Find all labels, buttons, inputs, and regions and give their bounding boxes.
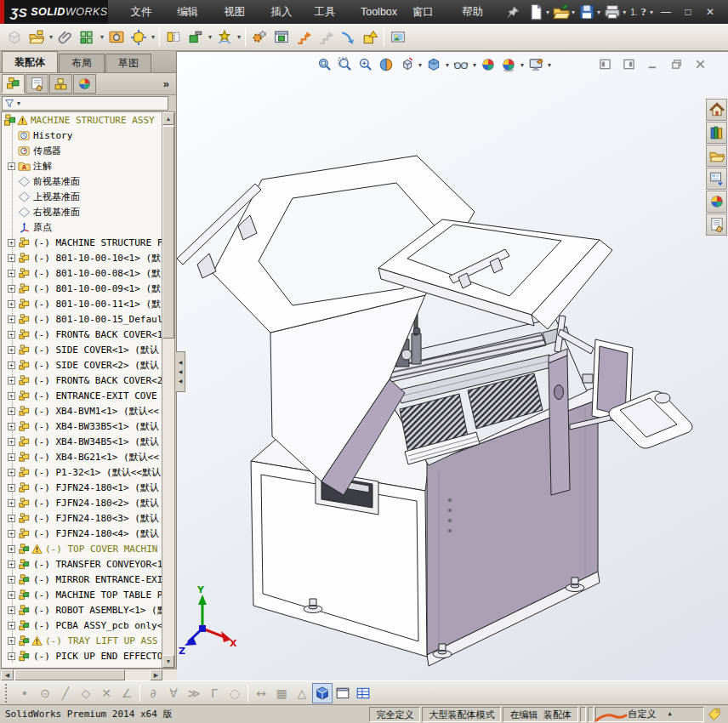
tree-item[interactable]: History (2, 128, 162, 143)
tree-item[interactable]: 前视基准面 (2, 174, 162, 189)
dropdown-caret-icon[interactable]: ▾ (546, 9, 549, 16)
curve-arrow-button[interactable] (337, 26, 359, 48)
tree-item[interactable]: 原点 (2, 219, 162, 235)
tree-vertical-scrollbar[interactable]: ▲ ▼ (162, 111, 175, 669)
tree-item[interactable]: 右视基准面 (2, 204, 162, 219)
tree-item[interactable]: +(-) XB4-BG21<1> (默认<< (2, 449, 162, 464)
large-assembly-mode-button[interactable] (359, 26, 381, 48)
tree-item[interactable]: +(-) FRONT& BACK COVER<1 (2, 327, 162, 342)
help-icon[interactable]: ? (639, 5, 648, 19)
dropdown-caret-icon[interactable]: ▾ (418, 61, 422, 69)
dropdown-caret-icon[interactable]: ▾ (520, 61, 524, 69)
cad-model[interactable]: Y X Z (177, 52, 728, 681)
view-settings-button[interactable] (526, 54, 546, 75)
simulation-gears-button[interactable] (248, 26, 270, 48)
dropdown-caret-icon[interactable]: ▾ (208, 33, 212, 41)
custom-properties-button[interactable] (706, 213, 727, 236)
scroll-right-button[interactable]: ▶ (150, 669, 162, 680)
expand-icon[interactable]: + (8, 484, 15, 492)
featuretab-property-manager[interactable] (26, 74, 48, 94)
maximize-button[interactable]: □ (677, 0, 699, 24)
panel-splitter-handle[interactable]: ◀◀◀ (176, 351, 185, 392)
doc-restore-button[interactable] (667, 56, 685, 71)
expand-icon[interactable]: + (8, 453, 15, 461)
new-motion-study-button[interactable] (213, 26, 236, 48)
tree-item[interactable]: MACHINE STRUCTURE ASSY (2, 112, 162, 128)
render-image-button[interactable] (387, 26, 409, 48)
tree-item[interactable]: +(-) 801-10-00-08<1> (默 (2, 265, 162, 281)
help-caret-icon[interactable]: ▾ (650, 9, 653, 16)
linear-component-pattern-button[interactable] (77, 26, 99, 48)
tree-item[interactable]: +(-) FJFN24-180<4> (默认 (2, 526, 162, 541)
dropdown-caret-icon[interactable]: ▾ (151, 33, 155, 41)
tree-item[interactable]: +(-) PCBA ASSY_pcb only< (2, 618, 162, 633)
tab-assembly[interactable]: 装配体 (2, 51, 58, 72)
minimize-button[interactable]: — (655, 0, 677, 24)
edit-appearance-button[interactable] (478, 54, 498, 75)
tree-item[interactable]: +(-) ENTRANCE-EXIT COVE (2, 388, 162, 403)
tree-item[interactable]: +(-) 801-10-00-15_Defaul (2, 311, 162, 327)
dropdown-caret-icon[interactable]: ▾ (446, 61, 449, 69)
expand-icon[interactable]: + (8, 162, 15, 170)
pane-left-button[interactable] (595, 56, 614, 71)
tree-item[interactable]: +(-) SIDE COVER<1> (默认 (2, 342, 162, 357)
smart-fasteners-button[interactable] (105, 26, 128, 48)
menu-item[interactable]: Toolbox (353, 0, 405, 24)
tree-item[interactable]: +(-) FJFN24-180<1> (默认 (2, 480, 162, 495)
dropdown-caret-icon[interactable]: ▾ (100, 33, 104, 41)
expand-icon[interactable]: + (8, 300, 15, 308)
solidworks-resources-home-button[interactable] (706, 99, 727, 121)
tree-item[interactable]: +(-) P1-32<1> (默认<<默认 (2, 464, 162, 480)
dropdown-caret-icon[interactable]: ▾ (548, 61, 551, 69)
print-doc-button[interactable]: ▾ (603, 2, 628, 22)
mouse[interactable] (655, 393, 670, 403)
tree-item[interactable]: 传感器 (2, 143, 162, 158)
tree-item[interactable]: 上视基准面 (2, 189, 162, 204)
doc-close-button[interactable] (691, 56, 709, 71)
expand-icon[interactable]: + (8, 377, 15, 384)
tree-item[interactable]: +(-) FJFN24-180<3> (默认 (2, 510, 162, 526)
close-button[interactable]: ✕ (699, 0, 721, 24)
custom-up-caret-icon[interactable]: ▲ (668, 707, 671, 721)
apply-scene-button[interactable] (498, 54, 519, 75)
vertical-scroll-thumb[interactable] (162, 126, 174, 339)
file-explorer-button[interactable] (706, 145, 727, 167)
section-view-button[interactable] (376, 54, 396, 75)
expand-icon[interactable]: + (8, 469, 15, 476)
tree-item[interactable]: +A注解 (2, 158, 162, 174)
filter-caret-icon[interactable]: ▾ (17, 100, 20, 107)
dropdown-caret-icon[interactable]: ▾ (623, 9, 626, 16)
tree-item[interactable]: +(-) SIDE COVER<2> (默认 (2, 357, 162, 373)
scroll-up-button[interactable]: ▲ (162, 112, 174, 125)
menu-item[interactable]: 工具(T) (306, 0, 353, 24)
expand-icon[interactable]: + (8, 407, 15, 415)
tree-filter-box[interactable]: ▾ (2, 96, 168, 111)
tab-sketch[interactable]: 草图 (105, 54, 151, 72)
assembly-features-button[interactable] (185, 26, 207, 48)
tree-item[interactable]: +(-) MACHINE TOP TABLE P (2, 587, 162, 602)
insert-components-button[interactable] (26, 26, 48, 48)
dropdown-caret-icon[interactable]: ▾ (49, 33, 53, 41)
dropdown-caret-icon[interactable]: ▾ (597, 9, 600, 16)
move-component-button[interactable] (128, 26, 150, 48)
expand-icon[interactable]: + (8, 530, 15, 538)
expand-icon[interactable]: + (8, 637, 15, 645)
dropdown-caret-icon[interactable]: ▾ (572, 9, 575, 16)
tree-item[interactable]: +(-) 801-10-00-11<1> (默 (2, 296, 162, 311)
zoom-to-fit-button[interactable] (315, 54, 335, 75)
tree-horizontal-scrollbar[interactable]: ◀ ▶ (1, 669, 177, 680)
shaded-with-edges-button[interactable] (312, 683, 333, 703)
scroll-down-button[interactable]: ▼ (162, 655, 174, 668)
expand-icon[interactable]: + (8, 331, 15, 339)
expand-icon[interactable]: + (8, 591, 15, 599)
filter-funnel-icon[interactable] (4, 98, 15, 109)
expand-icon[interactable]: + (8, 499, 15, 507)
tree-item[interactable]: +(-) XB4-BW33B5<1> (默认 (2, 418, 162, 434)
dropdown-caret-icon[interactable]: ▾ (473, 61, 476, 69)
interference-detection-button[interactable] (270, 26, 293, 48)
expand-icon[interactable]: + (8, 606, 15, 614)
expand-icon[interactable]: + (8, 515, 15, 522)
tree-item[interactable]: +(-) 801-10-00-10<1> (默 (2, 250, 162, 265)
tree-item[interactable]: +(-) XB4-BVM1<1> (默认<< (2, 403, 162, 418)
doc-minimize-button[interactable] (643, 56, 662, 71)
